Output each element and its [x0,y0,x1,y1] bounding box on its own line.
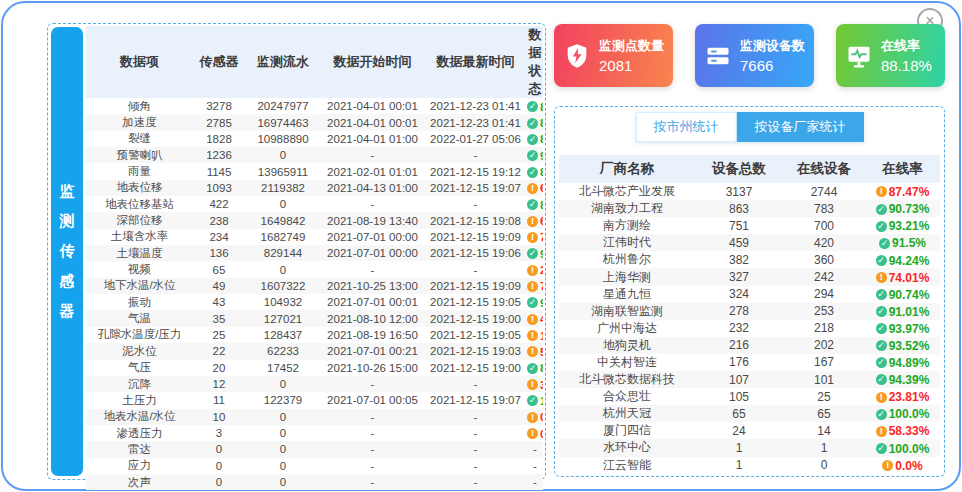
cell-status: !45.71% [527,310,543,326]
check-circle-icon: ✓ [876,443,887,454]
cell-start: 2021-07-01 00:00 [321,229,424,245]
vendor-row: 上海华测327242!74.01% [559,268,940,285]
cell-status: ✓100.0% [865,439,940,456]
cell-status: ✓93.52% [865,337,940,354]
cell-item: 土壤温度 [86,245,193,261]
monitor-pulse-icon [845,42,873,70]
cell-sensors: 238 [193,212,245,228]
status-percent: 91.01% [889,305,930,319]
sensor-row: 土壤温度1368291442021-07-01 00:002021-12-15 … [86,245,543,261]
shield-bolt-icon [563,42,591,70]
cell-latest: - [424,147,527,163]
cell-status: !68.8% [527,180,543,196]
check-circle-icon: ✓ [876,374,887,385]
warn-circle-icon: ! [527,265,538,276]
cell-name: 南方测绘 [559,217,695,234]
cell-online: 700 [783,217,865,234]
cell-start: 2021-02-01 01:01 [321,163,424,179]
stat-card-label: 在线率 [881,37,932,55]
cell-online: 242 [783,268,865,285]
cell-sensors: 1145 [193,163,245,179]
vendor-row: 合众思壮10525!23.81% [559,388,940,405]
warn-circle-icon: ! [527,412,538,423]
cell-status: !58.33% [865,422,940,439]
status-percent: 0.0% [540,428,543,440]
cell-status: ✓100.0% [865,405,940,422]
cell-status: !74.01% [865,268,940,285]
stat-card-label: 监测设备数 [740,37,805,55]
cell-item: 雷达 [86,441,193,457]
tab-by-manufacturer[interactable]: 按设备厂家统计 [737,112,864,142]
dashboard-modal: × 监测传感器 数据项传感器监测流水数据开始时间数据最新时间数据状态倾角3278… [1,1,961,491]
tab-by-city[interactable]: 按市州统计 [636,112,737,142]
sensor-row: 雷达00--- [86,441,543,457]
cell-item: 雨量 [86,163,193,179]
stat-card-value: 2081 [599,57,664,74]
cell-flow: 62233 [245,343,321,359]
sensor-row: 次声00--- [86,474,543,490]
warn-circle-icon: ! [527,379,538,390]
column-header: 厂商名称 [559,155,695,183]
cell-status: !59.09% [527,343,543,359]
cell-flow: 0 [245,196,321,212]
cell-latest: - [424,261,527,277]
cell-flow: 0 [245,425,321,441]
cell-status: !87.47% [865,183,940,200]
cell-latest: - [424,441,527,457]
cell-latest: - [424,196,527,212]
check-circle-icon: ✓ [527,134,538,145]
sensor-row: 应力00--- [86,458,543,474]
check-circle-icon: ✓ [876,221,887,232]
warn-circle-icon: ! [527,183,538,194]
cell-sensors: 0 [193,474,245,490]
vendor-row: 北斗微芯数据科技107101✓94.39% [559,371,940,388]
cell-latest: - [424,474,527,490]
cell-status: !23.81% [865,388,940,405]
cell-online: 360 [783,251,865,268]
cell-start: - [321,458,424,474]
status-percent: 100.0% [540,395,543,407]
sensor-row: 地表水温/水位100--!0.0% [86,409,543,425]
cell-item: 预警喇叭 [86,147,193,163]
warn-circle-icon: ! [527,428,538,439]
vendor-row: 南方测绘751700✓93.21% [559,217,940,234]
cell-name: 厦门四信 [559,422,695,439]
cell-item: 深部位移 [86,212,193,228]
cell-total: 751 [695,217,783,234]
cell-name: 杭州鲁尔 [559,251,695,268]
cell-status: ✓98.53% [527,245,543,261]
side-label-char: 感 [60,272,75,291]
status-percent: 45.71% [540,313,543,325]
cell-online: 14 [783,422,865,439]
sensor-row: 渗透压力30--!0.0% [86,425,543,441]
cell-online: 2744 [783,183,865,200]
check-circle-icon: ✓ [879,238,890,249]
cell-start: 2021-07-01 00:05 [321,392,424,408]
vendor-row: 地狗灵机216202✓93.52% [559,337,940,354]
cell-latest: 2021-12-15 19:00 [424,310,527,326]
cell-latest: - [424,376,527,392]
cell-start: 2021-10-25 13:00 [321,278,424,294]
cell-name: 江云智能 [559,457,695,474]
cell-status: ✓86.26% [527,196,543,212]
sensor-row: 气温351270212021-08-10 12:002021-12-15 19:… [86,310,543,326]
cell-status: ✓87.47% [527,114,543,130]
cell-status: ✓93.45% [527,147,543,163]
cell-status: !33.33% [527,376,543,392]
vendor-row: 厦门四信2414!58.33% [559,422,940,439]
vendor-table: 厂商名称设备总数在线设备在线率北斗微芯产业发展31372744!87.47%湖南… [559,155,940,474]
cell-status: ✓91.5% [865,234,940,251]
cell-total: 1 [695,457,783,474]
sensor-row: 孔隙水温度/压力251284372021-08-19 16:502021-12-… [86,327,543,343]
status-percent: 94.39% [889,373,930,387]
cell-total: 3137 [695,183,783,200]
cell-start: - [321,261,424,277]
status-percent: 23.81% [889,390,930,404]
cell-status: ✓94.89% [865,354,940,371]
cell-latest: 2021-12-15 19:05 [424,327,527,343]
warn-circle-icon: ! [527,330,538,341]
vendor-row: 北斗微芯产业发展31372744!87.47% [559,183,940,200]
cell-flow: 1682749 [245,229,321,245]
vendor-row: 水环中心11✓100.0% [559,439,940,456]
cell-latest: 2021-12-15 19:06 [424,245,527,261]
